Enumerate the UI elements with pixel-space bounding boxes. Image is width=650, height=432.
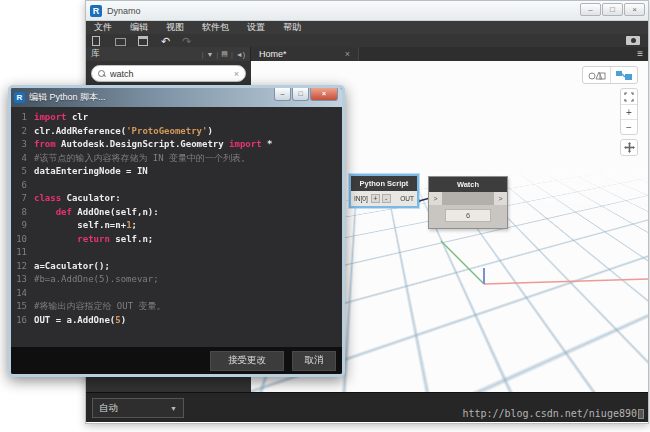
line-number: 10 — [13, 233, 27, 247]
library-header: 库 | ▼ | ▤ | ◄) — [86, 47, 251, 61]
line-number: 4 — [13, 152, 27, 166]
code-line[interactable]: 3from Autodesk.DesignScript.Geometry imp… — [13, 138, 342, 152]
menu-item[interactable]: 视图 — [166, 21, 184, 34]
code-line[interactable]: 6 — [13, 179, 342, 193]
add-input-button[interactable]: + — [371, 194, 380, 203]
library-search[interactable]: × — [91, 65, 246, 82]
close-button[interactable]: × — [624, 3, 645, 16]
tab-bar: Home* × ≡ — [251, 47, 648, 61]
watch-input-port[interactable]: > — [429, 192, 442, 205]
line-number: 8 — [13, 206, 27, 220]
undo-button[interactable]: ↶ — [161, 36, 170, 46]
menu-item[interactable]: 文件 — [94, 21, 112, 34]
pan-button[interactable] — [620, 139, 638, 156]
axis-x-red — [484, 279, 648, 284]
dialog-maximize-button[interactable]: □ — [292, 88, 309, 101]
chevron-down-icon: ▼ — [170, 405, 177, 412]
geometry-view-button[interactable] — [583, 67, 610, 83]
separator: | — [216, 51, 218, 58]
speaker-icon[interactable]: ◄) — [236, 51, 245, 58]
run-mode-dropdown[interactable]: 自动 ▼ — [92, 398, 184, 418]
open-file-button[interactable] — [115, 36, 126, 46]
line-number: 7 — [13, 192, 27, 206]
code-line[interactable]: 4#该节点的输入内容将存储为 IN 变量中的一个列表。 — [13, 152, 342, 166]
dialog-titlebar[interactable]: R 编辑 Python 脚本... – □ × — [11, 88, 342, 107]
search-input[interactable] — [110, 69, 234, 79]
menu-item[interactable]: 帮助 — [283, 21, 301, 34]
code-line[interactable]: 8 def AddOne(self,n): — [13, 206, 342, 220]
node-python-script[interactable]: Python Script IN[0] + - OUT — [349, 174, 419, 208]
remove-input-button[interactable]: - — [382, 194, 391, 203]
code-line[interactable]: 1import clr — [13, 111, 342, 125]
graph-view-button[interactable] — [610, 67, 637, 83]
code-line[interactable]: 2clr.AddReference('ProtoGeometry') — [13, 125, 342, 139]
line-number: 15 — [13, 300, 27, 314]
watch-value: 6 — [445, 209, 491, 222]
main-titlebar[interactable]: R Dynamo – □ × — [86, 1, 648, 21]
layout-icon[interactable]: ▤ — [221, 50, 228, 58]
redo-button[interactable]: ↷ — [182, 36, 191, 46]
tab-label: Home* — [259, 49, 287, 59]
watermark-block — [638, 409, 644, 419]
line-number: 6 — [13, 179, 27, 193]
camera-export-icon[interactable] — [626, 36, 640, 45]
new-file-button[interactable] — [92, 36, 103, 46]
view-toggle-group — [582, 66, 638, 84]
minimize-button[interactable]: – — [580, 3, 601, 16]
accept-changes-button[interactable]: 接受更改 — [210, 351, 284, 371]
python-code-editor[interactable]: 1import clr2clr.AddReference('ProtoGeome… — [11, 107, 342, 347]
node-watch[interactable]: Watch > > 6 — [428, 176, 508, 229]
line-number: 13 — [13, 273, 27, 287]
line-number: 16 — [13, 314, 27, 328]
node-title[interactable]: Watch — [429, 177, 507, 192]
dialog-minimize-button[interactable]: – — [274, 88, 291, 101]
run-mode-value: 自动 — [99, 402, 118, 415]
cancel-button[interactable]: 取消 — [292, 351, 336, 371]
dynamo-logo-icon: R — [14, 92, 25, 103]
line-number: 2 — [13, 125, 27, 139]
watch-output-port[interactable]: > — [494, 192, 507, 205]
code-line[interactable]: 5dataEnteringNode = IN — [13, 165, 342, 179]
code-line[interactable]: 14 — [13, 287, 342, 301]
tab-home[interactable]: Home* × — [251, 47, 359, 61]
line-number: 9 — [13, 219, 27, 233]
zoom-fit-button[interactable] — [621, 89, 637, 104]
axis-y-green — [441, 241, 484, 284]
line-number: 3 — [13, 138, 27, 152]
input-port-in0[interactable]: IN[0] — [353, 194, 369, 203]
filter-icon[interactable]: ▼ — [207, 51, 214, 58]
header-row: 库 | ▼ | ▤ | ◄) Home* × ≡ — [86, 47, 648, 61]
code-line[interactable]: 7class Caculator: — [13, 192, 342, 206]
dialog-close-button[interactable]: × — [310, 88, 338, 101]
menu-bar: 文件编辑视图软件包设置帮助 — [86, 21, 648, 34]
output-port-out[interactable]: OUT — [399, 194, 415, 203]
line-number: 12 — [13, 260, 27, 274]
menu-item[interactable]: 编辑 — [130, 21, 148, 34]
line-number: 14 — [13, 287, 27, 301]
line-number: 1 — [13, 111, 27, 125]
zoom-controls: + − — [620, 88, 638, 135]
menu-item[interactable]: 软件包 — [202, 21, 229, 34]
maximize-button[interactable]: □ — [602, 3, 623, 16]
save-button[interactable] — [138, 36, 149, 46]
zoom-out-button[interactable]: − — [621, 119, 637, 134]
code-line[interactable]: 16OUT = a.AddOne(5) — [13, 314, 342, 328]
line-number: 5 — [13, 165, 27, 179]
node-title[interactable]: Python Script — [351, 176, 417, 191]
code-line[interactable]: 9 self.n=n+1; — [13, 219, 342, 233]
code-line[interactable]: 15#将输出内容指定给 OUT 变量。 — [13, 300, 342, 314]
code-line[interactable]: 13#b=a.AddOne(5).somevar; — [13, 273, 342, 287]
code-line[interactable]: 11 — [13, 246, 342, 260]
code-line[interactable]: 12a=Caculator(); — [13, 260, 342, 274]
page: R Dynamo – □ × 文件编辑视图软件包设置帮助 ↶ ↷ 库 | ▼ — [0, 0, 650, 432]
menu-item[interactable]: 设置 — [247, 21, 265, 34]
hamburger-menu-icon[interactable]: ≡ — [637, 49, 643, 59]
zoom-in-button[interactable]: + — [621, 104, 637, 119]
dialog-footer: 接受更改 取消 — [11, 347, 342, 374]
tab-close-icon[interactable]: × — [345, 50, 350, 59]
code-line[interactable]: 10 return self.n; — [13, 233, 342, 247]
search-clear-icon[interactable]: × — [234, 69, 239, 79]
dialog-title: 编辑 Python 脚本... — [29, 91, 106, 104]
toolbar: ↶ ↷ — [86, 34, 648, 47]
separator: | — [202, 51, 204, 58]
